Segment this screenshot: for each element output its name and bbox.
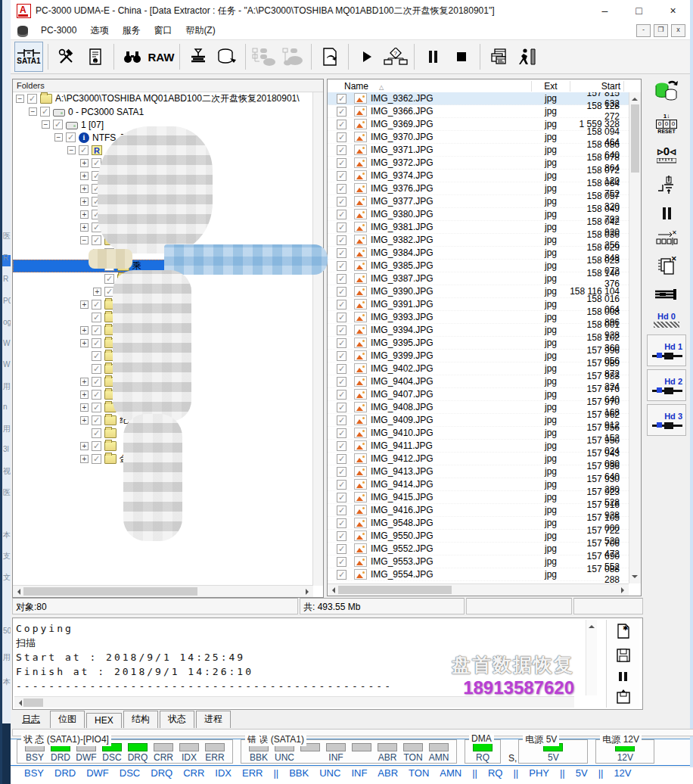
column-ext[interactable]: Ext (532, 81, 570, 92)
pause-button[interactable] (419, 42, 446, 71)
menu-window[interactable]: 窗口 (147, 22, 179, 39)
file-checkbox[interactable]: ✓ (337, 222, 346, 232)
maximize-button[interactable]: □ (622, 0, 656, 21)
tree-checkbox[interactable]: ✓ (92, 454, 101, 464)
sata-port-button[interactable]: SATA1 (14, 42, 43, 72)
save-log-icon[interactable] (616, 648, 631, 663)
folders-horizontal-scrollbar[interactable] (13, 585, 313, 597)
file-checkbox[interactable]: ✓ (337, 197, 346, 207)
tree-checkbox[interactable]: ✓ (92, 428, 101, 438)
file-checkbox[interactable]: ✓ (337, 261, 346, 271)
expand-toggle-icon[interactable]: + (80, 378, 89, 386)
file-checkbox[interactable]: ✓ (337, 570, 346, 580)
expand-toggle-icon[interactable]: + (80, 326, 89, 334)
tree-checkbox[interactable]: ✓ (92, 364, 101, 374)
tab-bitmap[interactable]: 位图 (50, 711, 85, 728)
head-test-button[interactable] (657, 174, 676, 197)
expand-toggle-icon[interactable]: + (80, 210, 89, 219)
tab-log[interactable]: 日志 (14, 711, 48, 728)
expand-toggle-icon[interactable]: + (80, 339, 89, 347)
tree-row[interactable]: −✓A:\PC3000\TOSHIBA MQ01ABD100二次开盘恢复2018… (13, 92, 313, 105)
tab-state[interactable]: 状态 (160, 711, 194, 728)
file-row[interactable]: ✓IMG_9554.JPGjpg157 088 288 (328, 568, 629, 581)
export-database-button[interactable] (213, 42, 241, 71)
mdi-minimize-button[interactable]: - (636, 24, 651, 37)
expand-toggle-icon[interactable]: + (93, 288, 101, 296)
collapse-toggle-icon[interactable]: − (54, 133, 63, 142)
scroll-thumb[interactable] (23, 587, 197, 596)
menu-options[interactable]: 选项 (83, 22, 115, 39)
new-log-icon[interactable]: ✱ (616, 623, 631, 639)
scroll-thumb[interactable] (23, 698, 43, 707)
file-checkbox[interactable]: ✓ (337, 287, 346, 297)
recalibrate-button[interactable]: ▹0◃ (657, 145, 676, 163)
expand-toggle-icon[interactable]: + (80, 455, 89, 463)
file-checkbox[interactable]: ✓ (337, 94, 346, 104)
pause-task-button[interactable] (663, 207, 671, 219)
tree-checkbox[interactable]: ✓ (27, 94, 37, 104)
tree-checkbox[interactable]: ✓ (104, 274, 114, 284)
search-button[interactable] (119, 42, 146, 71)
tree-checkbox[interactable]: ✓ (92, 338, 101, 348)
expand-toggle-icon[interactable]: + (80, 416, 89, 425)
scroll-right-icon[interactable] (306, 589, 312, 595)
file-checkbox[interactable]: ✓ (337, 480, 346, 490)
document-icon[interactable] (17, 26, 28, 35)
windows-button[interactable] (485, 42, 512, 71)
tree-checkbox[interactable]: ✓ (92, 441, 101, 451)
file-checkbox[interactable]: ✓ (337, 210, 346, 219)
expand-toggle-icon[interactable]: + (80, 198, 89, 206)
collapse-toggle-icon[interactable]: − (67, 146, 76, 154)
exit-button[interactable] (514, 42, 541, 71)
head-0-button[interactable]: Hd 0 (654, 312, 679, 328)
raw-recovery-button[interactable]: RAW (148, 42, 175, 71)
file-checkbox[interactable]: ✓ (337, 300, 346, 310)
file-checkbox[interactable]: ✓ (337, 428, 346, 438)
file-checkbox[interactable]: ✓ (337, 454, 346, 464)
tree-checkbox[interactable]: ✓ (53, 120, 63, 129)
reset-button[interactable]: 1↓ 000 RESET (656, 113, 677, 134)
scroll-thumb[interactable] (338, 586, 452, 594)
tree-checkbox[interactable]: ✓ (92, 235, 101, 245)
tab-process[interactable]: 进程 (196, 711, 231, 728)
file-checkbox[interactable]: ✓ (337, 274, 346, 284)
collapse-toggle-icon[interactable]: − (42, 120, 50, 129)
pause-log-icon[interactable] (619, 672, 627, 681)
tree-checkbox[interactable]: ✓ (92, 351, 101, 361)
tab-hex[interactable]: HEX (86, 713, 122, 728)
collapse-toggle-icon[interactable]: − (80, 236, 89, 244)
file-checkbox[interactable]: ✓ (337, 364, 346, 374)
scroll-thumb[interactable] (631, 104, 639, 173)
tree-checkbox[interactable]: ✓ (92, 415, 101, 425)
scroll-left-icon[interactable] (14, 589, 20, 595)
file-checkbox[interactable]: ✓ (337, 120, 346, 129)
head-1-button[interactable]: Hd 1 (647, 334, 686, 366)
close-maps-button[interactable]: ✕ (655, 256, 678, 277)
tree-checkbox[interactable]: ✓ (79, 145, 89, 155)
start-button[interactable] (353, 42, 381, 71)
file-checkbox[interactable]: ✓ (337, 325, 346, 335)
report-button[interactable]: i (82, 42, 109, 71)
minimize-button[interactable]: – (588, 0, 622, 21)
expand-toggle-icon[interactable]: + (80, 159, 89, 167)
expand-toggle-icon[interactable]: + (80, 390, 89, 399)
file-checkbox[interactable]: ✓ (337, 235, 346, 245)
map-button-disabled[interactable] (250, 42, 278, 71)
tab-structure[interactable]: 结构 (123, 711, 158, 728)
sector-edit-button[interactable]: ✕ (655, 230, 678, 245)
file-checkbox[interactable]: ✓ (337, 313, 346, 322)
filter-button[interactable] (185, 42, 212, 71)
file-checkbox[interactable]: ✓ (337, 531, 346, 541)
mdi-restore-button[interactable]: ❐ (654, 24, 668, 37)
file-checkbox[interactable]: ✓ (337, 493, 346, 502)
column-start[interactable]: Start (570, 81, 624, 92)
menu-pc3000[interactable]: PC-3000 (34, 23, 83, 38)
collapse-toggle-icon[interactable]: − (29, 107, 37, 116)
tree-row[interactable]: −✓0 - PC3000 SATA1 (13, 105, 313, 118)
expand-toggle-icon[interactable]: + (80, 172, 89, 180)
scroll-left-icon[interactable] (329, 587, 335, 593)
file-checkbox[interactable]: ✓ (337, 158, 346, 168)
map2-button-disabled[interactable] (279, 42, 306, 71)
tree-checkbox[interactable]: ✓ (92, 313, 101, 322)
close-button[interactable]: × (656, 0, 690, 21)
